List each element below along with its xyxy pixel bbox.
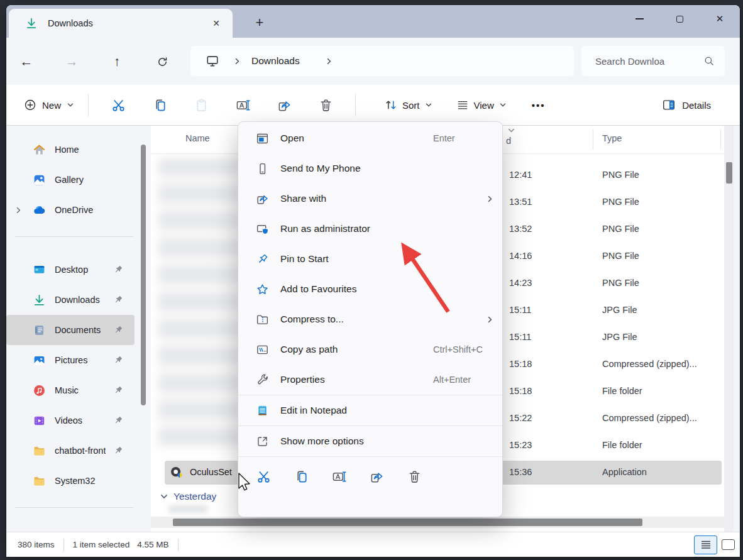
- file-type: Compressed (zipped)...: [602, 413, 697, 423]
- status-divider: [63, 539, 64, 551]
- quick-share-button[interactable]: [364, 464, 389, 489]
- menu-item-share-with[interactable]: Share with: [238, 184, 502, 214]
- group-header-yesterday[interactable]: Yesterday: [151, 485, 216, 508]
- sidebar-item-home[interactable]: Home: [6, 135, 135, 165]
- list-lines-icon: [700, 540, 712, 550]
- share-button[interactable]: [272, 92, 297, 118]
- refresh-button[interactable]: [151, 52, 173, 72]
- new-tab-button[interactable]: +: [249, 13, 270, 33]
- chevron-down-icon: [425, 101, 432, 109]
- search-input[interactable]: Search Downloa: [581, 46, 725, 76]
- vertical-scrollbar-thumb[interactable]: [726, 162, 732, 184]
- menu-item-add-to-favourites[interactable]: Add to Favourites: [238, 274, 502, 304]
- breadcrumb-item-downloads[interactable]: Downloads: [251, 55, 300, 67]
- menu-item-open[interactable]: OpenEnter: [238, 123, 502, 153]
- details-pane-button[interactable]: Details: [657, 94, 716, 116]
- sidebar-item-documents[interactable]: Documents: [6, 315, 135, 345]
- column-header-date-modified[interactable]: d: [506, 136, 511, 146]
- horizontal-scrollbar-thumb[interactable]: [173, 519, 642, 526]
- sidebar-item-desktop[interactable]: Desktop: [6, 255, 135, 285]
- file-type: PNG File: [602, 197, 639, 207]
- sidebar-item-onedrive[interactable]: OneDrive: [6, 195, 135, 225]
- forward-button[interactable]: →: [61, 52, 82, 72]
- search-icon[interactable]: [703, 55, 715, 67]
- chevron-down-icon: [67, 101, 74, 109]
- quick-copy-button[interactable]: [289, 464, 314, 489]
- menu-item-label: Copy as path: [280, 344, 338, 355]
- sidebar-item-chatbot-front[interactable]: chatbot-front: [6, 436, 135, 466]
- videos-icon: [33, 414, 46, 427]
- titlebar[interactable]: Downloads ✕ + ✕: [6, 5, 740, 38]
- close-button[interactable]: ✕: [700, 5, 740, 33]
- column-header-type[interactable]: Type: [602, 133, 622, 143]
- up-button[interactable]: ↑: [106, 52, 128, 72]
- view-button[interactable]: View: [453, 95, 510, 115]
- share-icon: [256, 192, 269, 206]
- rename-button[interactable]: [230, 92, 255, 118]
- column-header-name[interactable]: Name: [185, 133, 210, 143]
- menu-item-properties[interactable]: PropertiesAlt+Enter: [238, 365, 502, 395]
- file-name: OculusSet: [190, 467, 232, 477]
- sidebar-item-label: Videos: [55, 415, 82, 425]
- close-icon: ✕: [716, 13, 724, 25]
- status-items-count: 380 items: [18, 540, 55, 549]
- copy-button[interactable]: [147, 92, 172, 118]
- menu-item-compress-to[interactable]: Compress to...: [238, 304, 502, 334]
- breadcrumb[interactable]: Downloads: [190, 46, 574, 76]
- paste-button[interactable]: [189, 92, 214, 118]
- file-time: 13:52: [509, 224, 532, 234]
- this-pc-icon[interactable]: [206, 54, 219, 68]
- quick-rename-button[interactable]: [326, 464, 351, 489]
- menu-item-edit-in-notepad[interactable]: Edit in Notepad: [238, 395, 502, 425]
- status-selection: 1 item selected: [73, 540, 130, 549]
- sidebar-item-music[interactable]: Music: [6, 375, 135, 405]
- sidebar-item-videos[interactable]: Videos: [6, 405, 135, 436]
- icons-view-toggle[interactable]: [722, 539, 735, 550]
- expander-chevron-icon[interactable]: [14, 206, 23, 214]
- onedrive-icon: [33, 204, 46, 217]
- music-icon: [33, 384, 46, 397]
- tab-downloads[interactable]: Downloads ✕: [9, 9, 233, 38]
- submenu-chevron-icon: [486, 316, 494, 324]
- menu-item-show-more-options[interactable]: Show more options: [238, 426, 502, 456]
- cut-button[interactable]: [106, 92, 131, 118]
- menu-item-copy-as-path[interactable]: Copy as pathCtrl+Shift+C: [238, 334, 502, 365]
- sort-button[interactable]: Sort: [381, 95, 436, 115]
- star-icon: [256, 283, 269, 296]
- sidebar-item-label: Gallery: [55, 175, 84, 185]
- minimize-button[interactable]: [619, 5, 659, 33]
- quick-delete-button[interactable]: [402, 464, 427, 489]
- tab-close-icon[interactable]: ✕: [209, 17, 224, 30]
- new-button[interactable]: New: [19, 95, 79, 115]
- pictures-icon: [33, 354, 46, 367]
- menu-item-send-to-my-phone[interactable]: Send to My Phone: [238, 153, 502, 184]
- sidebar-divider: [15, 507, 133, 508]
- pin-icon: [113, 385, 123, 395]
- quick-cut-button[interactable]: [251, 464, 276, 489]
- column-divider[interactable]: [593, 129, 593, 150]
- sidebar-item-pictures[interactable]: Pictures: [6, 345, 135, 375]
- sidebar-item-downloads[interactable]: Downloads: [6, 285, 135, 315]
- sidebar-item-label: Home: [55, 145, 79, 155]
- pin-outline-icon: [256, 253, 269, 266]
- sidebar-item-label: Music: [55, 385, 79, 395]
- horizontal-scrollbar[interactable]: [151, 517, 724, 528]
- maximize-button[interactable]: [659, 5, 700, 33]
- chevron-down-icon: [160, 492, 168, 501]
- sidebar-item-system32[interactable]: System32: [6, 466, 135, 496]
- sidebar-item-label: Desktop: [55, 265, 88, 275]
- delete-button[interactable]: [313, 92, 338, 118]
- more-options-button[interactable]: •••: [532, 100, 546, 111]
- file-time: 14:16: [509, 251, 532, 261]
- back-button[interactable]: ←: [16, 52, 37, 72]
- sidebar-item-gallery[interactable]: Gallery: [6, 165, 135, 195]
- menu-item-label: Add to Favourites: [280, 283, 356, 295]
- menu-item-run-as-administrator[interactable]: Run as administrator: [238, 214, 502, 244]
- details-button-label: Details: [682, 100, 711, 111]
- menu-item-pin-to-start[interactable]: Pin to Start: [238, 244, 502, 274]
- column-divider[interactable]: [720, 129, 721, 150]
- chevron-down-icon: [499, 101, 507, 109]
- details-view-toggle[interactable]: [694, 535, 717, 554]
- vertical-scrollbar[interactable]: [724, 126, 734, 532]
- sidebar-scrollbar[interactable]: [141, 145, 146, 405]
